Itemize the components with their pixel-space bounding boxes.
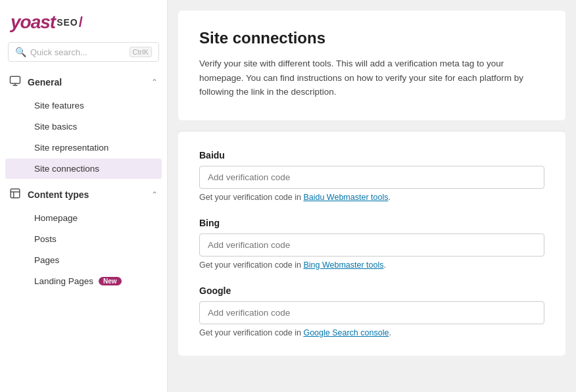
connections-card: Baidu Get your verification code in Baid… — [178, 132, 565, 356]
baidu-field-group: Baidu Get your verification code in Baid… — [199, 150, 544, 202]
search-icon: 🔍 — [15, 47, 26, 57]
sidebar-item-site-basics[interactable]: Site basics — [5, 116, 162, 137]
google-link[interactable]: Google Search console — [303, 328, 389, 337]
bing-field-group: Bing Get your verification code in Bing … — [199, 218, 544, 270]
sidebar-item-site-representation[interactable]: Site representation — [5, 137, 162, 158]
monitor-icon — [9, 75, 21, 89]
bing-link[interactable]: Bing Webmaster tools — [303, 260, 383, 270]
page-header-card: Site connections Verify your site with d… — [178, 11, 565, 120]
svg-rect-0 — [11, 76, 20, 84]
sidebar-item-site-connections[interactable]: Site connections — [5, 159, 162, 179]
landing-pages-row: Landing Pages New — [34, 276, 151, 286]
search-placeholder: Quick search... — [30, 47, 130, 57]
logo-slash: / — [79, 14, 83, 31]
sidebar-item-pages[interactable]: Pages — [5, 250, 162, 270]
svg-rect-3 — [11, 189, 20, 198]
chevron-up-icon-2: ⌃ — [151, 190, 158, 199]
file-icon — [9, 187, 21, 202]
google-input[interactable] — [199, 301, 544, 324]
main-content: Site connections Verify your site with d… — [168, 0, 576, 392]
bing-input[interactable] — [199, 233, 544, 257]
sidebar-item-site-features[interactable]: Site features — [5, 95, 162, 116]
google-field-group: Google Get your verification code in Goo… — [199, 285, 544, 337]
logo-area: yoast SEO / — [0, 0, 167, 42]
new-badge: New — [99, 277, 122, 285]
nav-section-content-types: Content types ⌃ Homepage Posts Pages Lan… — [0, 182, 167, 292]
logo-yoast: yoast — [11, 12, 55, 33]
baidu-label: Baidu — [199, 150, 544, 160]
nav-section-general-label: General — [28, 77, 151, 87]
nav-section-content-types-label: Content types — [28, 189, 151, 200]
baidu-link[interactable]: Baidu Webmaster tools — [303, 193, 388, 202]
logo-seo: SEO — [57, 17, 78, 28]
search-bar[interactable]: 🔍 Quick search... CtrlK — [8, 42, 159, 62]
chevron-up-icon: ⌃ — [151, 78, 158, 87]
bing-label: Bing — [199, 218, 544, 228]
sidebar-item-landing-pages[interactable]: Landing Pages New — [5, 271, 162, 291]
google-help: Get your verification code in Google Sea… — [199, 328, 544, 337]
baidu-input[interactable] — [199, 166, 544, 189]
page-description: Verify your site with different tools. T… — [199, 57, 544, 99]
nav-section-general-header[interactable]: General ⌃ — [0, 70, 167, 95]
baidu-help: Get your verification code in Baidu Webm… — [199, 193, 544, 202]
google-label: Google — [199, 285, 544, 296]
sidebar-item-posts[interactable]: Posts — [5, 229, 162, 249]
search-shortcut: CtrlK — [130, 47, 152, 57]
page-title: Site connections — [199, 29, 544, 47]
nav-section-content-types-header[interactable]: Content types ⌃ — [0, 182, 167, 207]
sidebar: yoast SEO / 🔍 Quick search... CtrlK Gene… — [0, 0, 168, 392]
nav-section-general: General ⌃ Site features Site basics Site… — [0, 70, 167, 180]
bing-help: Get your verification code in Bing Webma… — [199, 260, 544, 270]
sidebar-item-homepage[interactable]: Homepage — [5, 208, 162, 228]
